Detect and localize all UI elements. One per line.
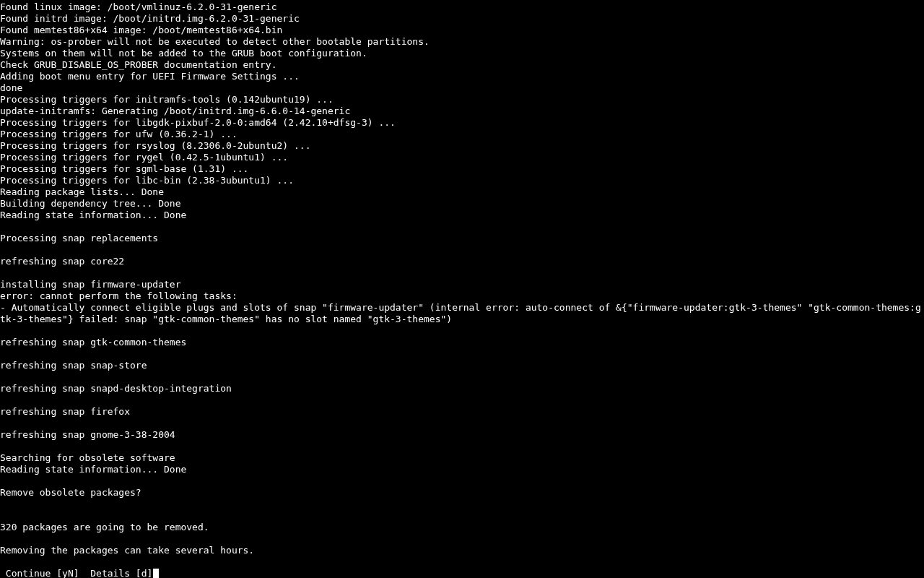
terminal-line: Processing triggers for sgml-base (1.31)… — [0, 163, 248, 174]
terminal-line: Removing the packages can take several h… — [0, 545, 254, 556]
terminal-line: Processing snap replacements — [0, 233, 158, 243]
terminal-line: refreshing snap firefox — [0, 406, 130, 417]
terminal-line: Remove obsolete packages? — [0, 487, 141, 498]
continue-prompt[interactable]: Continue [yN] Details [d] — [0, 568, 152, 578]
cursor-icon — [153, 569, 159, 578]
terminal-line: Warning: os-prober will not be executed … — [0, 36, 430, 47]
terminal-line: - Automatically connect eligible plugs a… — [0, 302, 921, 324]
terminal-line: Processing triggers for libc-bin (2.38-3… — [0, 175, 294, 186]
terminal-line: Found initrd image: /boot/initrd.img-6.2… — [0, 13, 300, 24]
terminal-line: Processing triggers for libgdk-pixbuf-2.… — [0, 117, 396, 128]
terminal-line: Searching for obsolete software — [0, 452, 175, 463]
terminal-line: Systems on them will not be added to the… — [0, 48, 367, 59]
terminal-line: Reading state information... Done — [0, 464, 186, 475]
terminal-line: 320 packages are going to be removed. — [0, 522, 209, 532]
terminal-line: refreshing snap gtk-common-themes — [0, 337, 186, 348]
terminal-line: Processing triggers for initramfs-tools … — [0, 94, 334, 105]
terminal-line: Reading package lists... Done — [0, 186, 164, 197]
terminal-line: update-initramfs: Generating /boot/initr… — [0, 105, 350, 116]
terminal-line: installing snap firmware-updater — [0, 279, 180, 290]
terminal-line: Found linux image: /boot/vmlinuz-6.2.0-3… — [0, 1, 277, 12]
terminal-line: refreshing snap snap-store — [0, 360, 147, 371]
terminal-line: Found memtest86+x64 image: /boot/memtest… — [0, 25, 282, 35]
terminal-line: Check GRUB_DISABLE_OS_PROBER documentati… — [0, 59, 277, 70]
terminal-line: Building dependency tree... Done — [0, 198, 180, 209]
terminal-line: refreshing snap core22 — [0, 256, 124, 267]
terminal-line: refreshing snap gnome-3-38-2004 — [0, 429, 175, 440]
terminal-output: Found linux image: /boot/vmlinuz-6.2.0-3… — [0, 0, 924, 578]
terminal-line: Processing triggers for rsyslog (8.2306.… — [0, 140, 310, 151]
terminal-line: Adding boot menu entry for UEFI Firmware… — [0, 71, 300, 82]
terminal-line: Processing triggers for ufw (0.36.2-1) .… — [0, 129, 237, 139]
terminal-line: Reading state information... Done — [0, 210, 186, 220]
terminal-line: Processing triggers for rygel (0.42.5-1u… — [0, 152, 288, 163]
terminal-line: error: cannot perform the following task… — [0, 290, 237, 301]
terminal-line: refreshing snap snapd-desktop-integratio… — [0, 383, 232, 394]
terminal-line: done — [0, 82, 22, 93]
